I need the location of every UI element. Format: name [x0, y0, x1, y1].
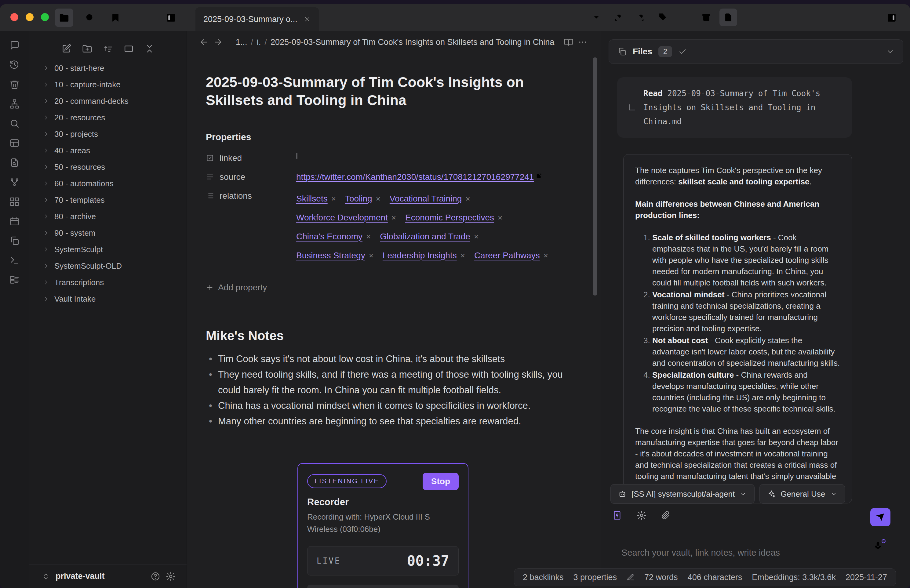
relation-tag[interactable]: Workforce Development — [296, 213, 388, 222]
layout-icon[interactable] — [10, 138, 19, 148]
remove-tag-icon[interactable]: × — [366, 232, 371, 241]
vault-context-icon[interactable] — [612, 510, 622, 520]
panel-left-icon[interactable] — [162, 8, 180, 27]
stop-recording-button[interactable]: Stop — [423, 473, 459, 490]
breadcrumb[interactable]: 1.../i./2025-09-03-Summary of Tim Cook's… — [236, 37, 554, 47]
fileSearch-icon[interactable] — [10, 158, 19, 168]
relation-tag[interactable]: Business Strategy — [296, 250, 365, 260]
copy-icon[interactable] — [10, 236, 19, 246]
sidebar-folder[interactable]: 70 - templates — [43, 192, 187, 208]
sidebar-folder[interactable]: 60 - automations — [43, 175, 187, 192]
relation-tag[interactable]: Leadership Insights — [383, 250, 457, 260]
remove-tag-icon[interactable]: × — [461, 251, 465, 260]
relation-tag[interactable]: Globalization and Trade — [380, 232, 470, 241]
terminal-icon[interactable] — [10, 255, 19, 265]
remove-tag-icon[interactable]: × — [376, 194, 380, 204]
remove-tag-icon[interactable]: × — [331, 194, 336, 204]
reading-mode-book-icon[interactable] — [564, 37, 574, 47]
new-tab-button[interactable] — [324, 8, 343, 27]
file-icon[interactable] — [719, 8, 737, 26]
comment-icon[interactable] — [10, 40, 19, 50]
minimize-window-button[interactable] — [26, 13, 34, 21]
sidebar-folder[interactable]: 00 - start-here — [43, 60, 187, 76]
property-source-label[interactable]: source — [206, 172, 296, 182]
sidebar-folder[interactable]: 50 - resources — [43, 159, 187, 175]
files-header[interactable]: Files 2 — [609, 39, 903, 64]
sidebar-folder[interactable]: 20 - command-decks — [43, 93, 187, 109]
flow-icon[interactable] — [10, 177, 19, 187]
card-view-icon[interactable] — [124, 39, 134, 59]
linkIn-icon[interactable] — [609, 8, 627, 26]
remove-tag-icon[interactable]: × — [391, 213, 396, 222]
remove-tag-icon[interactable]: × — [369, 251, 373, 260]
breadcrumb-title[interactable]: 2025-09-03-Summary of Tim Cook's Insight… — [271, 37, 554, 47]
sidebar-folder[interactable]: 30 - projects — [43, 126, 187, 142]
remove-tag-icon[interactable]: × — [498, 213, 502, 222]
remove-tag-icon[interactable]: × — [466, 194, 470, 204]
collapse-all-icon[interactable] — [144, 39, 155, 59]
zoom-window-button[interactable] — [41, 13, 49, 21]
edit-pencil-icon[interactable] — [627, 573, 635, 581]
list-icon[interactable] — [676, 8, 693, 26]
recorder-settings-dropdown[interactable]: Recorder settings — [307, 585, 459, 588]
mode-selector[interactable]: General Use — [760, 484, 845, 504]
tags-icon[interactable] — [653, 8, 671, 26]
relation-tag[interactable]: Skillsets — [296, 194, 328, 204]
editor-scrollbar[interactable] — [593, 57, 597, 296]
sidebar-folder[interactable]: Vault Intake — [43, 291, 187, 307]
breadcrumb-part[interactable]: 1... — [236, 37, 247, 47]
property-relations-label[interactable]: relations — [206, 191, 296, 201]
remove-tag-icon[interactable]: × — [474, 232, 478, 241]
close-tab-icon[interactable] — [304, 16, 311, 23]
search-icon[interactable] — [81, 8, 99, 27]
back-arrow-icon[interactable] — [199, 37, 209, 47]
backlinks-count[interactable]: 2 backlinks — [523, 573, 564, 582]
relation-tag[interactable]: Career Pathways — [474, 250, 540, 260]
chevron-down-icon[interactable] — [886, 47, 894, 56]
sidebar-folder[interactable]: 80 - archive — [43, 208, 187, 225]
property-linked-label[interactable]: linked — [206, 153, 296, 163]
settings-gear-icon[interactable] — [166, 572, 176, 581]
folder-icon[interactable] — [55, 8, 73, 27]
trash-icon[interactable] — [10, 79, 19, 89]
linkOut-icon[interactable] — [632, 8, 649, 26]
grid-icon[interactable] — [10, 197, 19, 207]
sidebar-folder[interactable]: SystemSculpt-OLD — [43, 258, 187, 274]
sidebar-folder[interactable]: 20 - resources — [43, 109, 187, 126]
embeddings-status[interactable]: Embeddings: 3.3k/3.6k — [752, 573, 836, 582]
linked-checkbox[interactable] — [296, 153, 297, 159]
sidebar-folder[interactable]: Transcriptions — [43, 274, 187, 291]
close-window-button[interactable] — [10, 13, 18, 21]
folder-plus-icon[interactable] — [82, 39, 92, 59]
send-button[interactable] — [870, 508, 891, 526]
calendar-icon[interactable] — [10, 216, 19, 226]
help-icon[interactable] — [150, 572, 160, 581]
chat-settings-gear-icon[interactable] — [637, 510, 647, 520]
relation-tag[interactable]: Economic Perspectives — [405, 213, 494, 222]
model-selector[interactable]: [SS AI] systemsculpt/ai-agent — [611, 484, 755, 504]
microphone-icon[interactable] — [873, 541, 883, 551]
search-icon[interactable] — [10, 118, 19, 129]
relation-tag[interactable]: Tooling — [345, 194, 372, 204]
sidebar-folder[interactable]: SystemSculpt — [43, 241, 187, 258]
chat-input[interactable]: Search your vault, link notes, write ide… — [621, 548, 780, 558]
sidebar-folder[interactable]: 40 - areas — [43, 142, 187, 159]
sidebar-folder[interactable]: 10 - capture-intake — [43, 76, 187, 93]
properties-count[interactable]: 3 properties — [573, 573, 617, 582]
sort-icon[interactable] — [103, 39, 113, 59]
sitemap-icon[interactable] — [10, 99, 19, 109]
relation-tag[interactable]: China's Economy — [296, 232, 362, 241]
chevDown-icon[interactable] — [588, 8, 605, 26]
bookmark-icon[interactable] — [106, 8, 124, 27]
layoutList-icon[interactable] — [10, 275, 19, 285]
relation-tag[interactable]: Vocational Training — [390, 194, 462, 204]
tool-call-card[interactable]: Read 2025-09-03-Summary of Tim Cook's In… — [617, 77, 852, 138]
vault-switcher[interactable]: private-vault — [29, 564, 187, 588]
sidebar-folder[interactable]: 90 - system — [43, 225, 187, 241]
more-options-icon[interactable] — [578, 37, 588, 47]
history-icon[interactable] — [10, 60, 19, 70]
attachment-paperclip-icon[interactable] — [661, 511, 670, 520]
new-note-icon[interactable] — [61, 39, 71, 59]
source-url-link[interactable]: https://twitter.com/Kanthan2030/status/1… — [296, 172, 534, 182]
archive-icon[interactable] — [697, 8, 715, 26]
